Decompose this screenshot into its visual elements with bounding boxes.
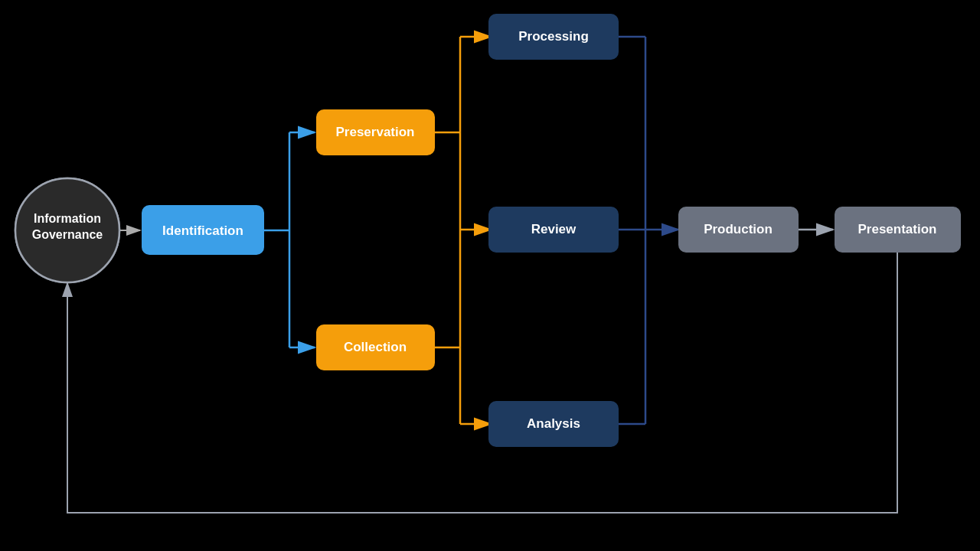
info-gov-label: Information [34,212,101,225]
collection-label: Collection [344,340,407,354]
svg-rect-5 [0,0,980,551]
preservation-label: Preservation [336,125,415,139]
production-label: Production [704,222,773,236]
presentation-label: Presentation [858,222,937,236]
identification-label: Identification [162,223,243,238]
info-gov-label2: Governance [32,228,103,241]
analysis-label: Analysis [527,416,580,431]
processing-label: Processing [518,29,589,44]
review-label: Review [531,222,577,236]
